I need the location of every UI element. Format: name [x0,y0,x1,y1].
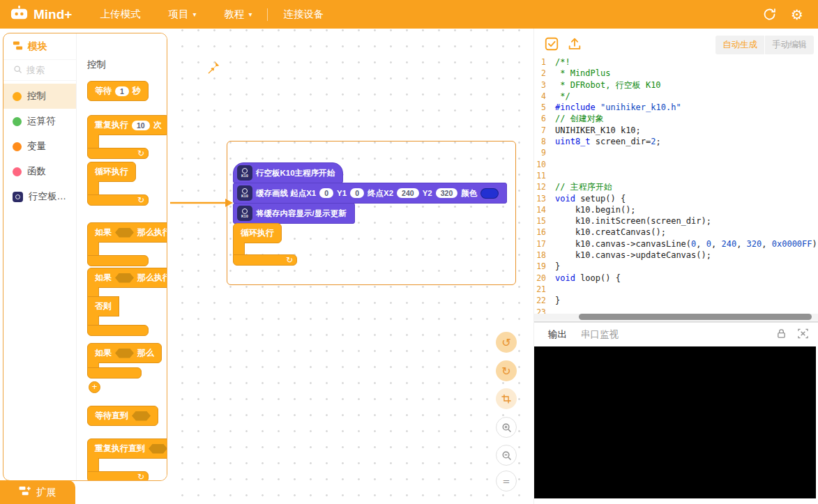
workspace-canvas[interactable]: K10 行空板K10主程序开始 K10 缓存画线 起点X1 0 Y1 0 终点X… [167,29,533,504]
category-color-dot [13,92,22,101]
boolean-slot[interactable] [115,273,134,283]
mindplus-logo[interactable]: Mind+ [0,5,86,24]
loop-arrow-icon: ↻ [137,472,144,481]
k10-board-icon [13,192,23,202]
settings-gear-icon[interactable]: ⚙ [789,6,805,23]
tab-modules[interactable]: 模块 [3,33,76,60]
boolean-slot[interactable] [132,411,151,421]
code-line: 2 * MindPlus [534,68,818,79]
number-input[interactable]: 0 [319,188,333,198]
block-label: 将缓存内容显示/显示更新 [256,208,347,219]
palette-block-wait[interactable]: 等待 1 秒 [87,81,149,101]
auto-generate-button[interactable]: 自动生成 [715,36,764,54]
sidebar-item-unihiker-k10[interactable]: 行空板… [3,184,76,209]
expand-plus-button[interactable]: + [89,381,100,393]
code-lines: 1/*!2 * MindPlus3 * DFRobot, 行空板 K104 */… [534,56,818,314]
block-label: 否则 [95,300,112,312]
code-mode-switch: 自动生成 手动编辑 [715,36,814,54]
search-input[interactable]: 搜索 [3,60,76,81]
lock-icon[interactable] [776,328,787,342]
boolean-slot[interactable] [115,228,134,238]
update-sync-icon[interactable] [761,6,778,23]
number-input[interactable]: 10 [132,121,150,130]
sidebar-item-variables[interactable]: 变量 [3,134,76,159]
block-label: 重复执行直到 [95,443,145,455]
block-label: 终点X2 [368,188,393,199]
extension-button[interactable]: 扩展 [0,480,75,504]
zoom-out-button[interactable] [496,445,517,466]
sidebar-item-operators[interactable]: 运算符 [3,109,76,134]
category-sidebar: 模块 搜索 控制 运算符 变量 函数 [3,33,77,480]
code-line: 23 [534,307,818,314]
blocks-icon [13,40,23,53]
menu-tutorial[interactable]: 教程 ▾ [210,0,266,29]
horizontal-scrollbar[interactable] [534,314,818,320]
palette-block-if-then[interactable]: 如果 那么执行 [87,222,167,266]
tab-serial-monitor[interactable]: 串口监视 [581,328,619,341]
block-label: 行空板K10主程序开始 [256,168,335,178]
menu-divider [267,8,268,21]
verify-code-button[interactable] [544,36,559,54]
code-line: 6// 创建对象 [534,113,818,124]
code-line: 16 k10.creatCanvas(); [534,227,818,238]
connect-device-button[interactable]: 连接设备 [269,0,338,29]
block-forever[interactable]: 循环执行 ↻ [233,223,297,266]
redo-button[interactable]: ↻ [496,360,517,381]
tab-output[interactable]: 输出 [548,328,567,341]
loop-arrow-icon: ↻ [137,148,144,158]
upload-code-button[interactable] [567,36,582,54]
palette-block-wait-until[interactable]: 等待直到 [87,406,158,426]
clear-console-icon[interactable] [798,328,808,342]
code-line: 10 [534,159,818,170]
color-input[interactable] [480,188,499,199]
block-label: 等待直到 [95,410,128,422]
code-line: 19} [534,261,818,272]
pin-palette-icon[interactable] [206,59,220,78]
number-input[interactable]: 320 [436,188,458,198]
code-line: 22} [534,295,818,306]
loop-arrow-icon: ↻ [137,195,144,205]
sidebar-item-control[interactable]: 控制 [3,84,76,109]
palette-block-if-expandable[interactable]: 如果 那么 + [87,343,162,393]
palette-block-if-else[interactable]: 如果 那么执行 否则 [87,268,167,336]
zoom-in-button[interactable] [496,417,517,438]
block-canvas-draw-line[interactable]: K10 缓存画线 起点X1 0 Y1 0 终点X2 240 Y2 320 颜色 [233,183,507,204]
code-line: 8uint8_t screen_dir=2; [534,136,818,147]
chevron-down-icon: ▾ [248,11,252,18]
palette-category-title: 控制 [87,59,167,71]
menu-upload-mode[interactable]: 上传模式 [86,0,154,29]
chevron-down-icon: ▾ [192,11,196,18]
block-label: 如果 [95,227,112,238]
category-list: 控制 运算符 变量 函数 行空板… [3,81,76,209]
k10-board-icon: K10 [237,165,252,181]
scrollbar-thumb[interactable] [579,314,812,320]
palette-block-repeat-until[interactable]: 重复执行直到 ↻ [87,438,167,481]
code-line: 7UNIHIKER_K10 k10; [534,125,818,136]
code-line: 20void loop() { [534,273,818,284]
number-input[interactable]: 240 [397,188,419,198]
palette-block-repeat-times[interactable]: 重复执行 10 次 ↻ [87,115,167,159]
block-k10-program-start[interactable]: K10 行空板K10主程序开始 [233,162,343,183]
menu-project[interactable]: 项目 ▾ [154,0,210,29]
number-input[interactable]: 1 [115,86,129,96]
center-blocks-button[interactable] [496,388,517,409]
code-line: 9 [534,147,818,158]
block-palette: 控制 等待 1 秒 重复执行 10 次 ↻ 循环执行 ↻ 如果 [77,33,167,480]
undo-button[interactable]: ↺ [496,332,517,353]
block-label: 如果 [95,272,112,284]
number-input[interactable]: 0 [350,188,364,198]
palette-block-forever[interactable]: 循环执行 ↻ [87,162,149,206]
boolean-slot[interactable] [149,444,167,454]
zoom-reset-button[interactable]: = [496,471,517,491]
code-line: 1/*! [534,56,818,68]
robot-icon [10,5,29,24]
code-line: 3 * DFRobot, 行空板 K10 [534,79,818,91]
code-editor[interactable]: 1/*!2 * MindPlus3 * DFRobot, 行空板 K104 */… [534,56,818,314]
script-selection-box: K10 行空板K10主程序开始 K10 缓存画线 起点X1 0 Y1 0 终点X… [227,141,516,285]
block-canvas-update-display[interactable]: K10 将缓存内容显示/显示更新 [233,203,355,224]
block-library-panel: 模块 搜索 控制 运算符 变量 函数 [3,33,167,481]
boolean-slot[interactable] [115,349,134,358]
loop-arrow-icon: ↻ [286,255,293,265]
manual-edit-button[interactable]: 手动编辑 [765,36,814,54]
sidebar-item-functions[interactable]: 函数 [3,159,76,184]
